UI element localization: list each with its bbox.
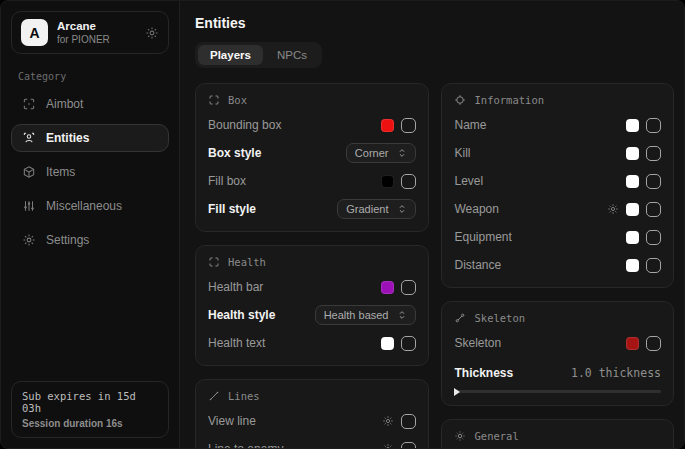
box-style-dropdown[interactable]: Corner bbox=[346, 143, 417, 163]
crosshair-icon bbox=[22, 97, 36, 111]
panel-title: Health bbox=[228, 256, 266, 268]
row-weapon: Weapon bbox=[454, 199, 661, 219]
row-skeleton: Skeleton bbox=[454, 333, 661, 353]
checkbox[interactable] bbox=[401, 118, 416, 133]
brand-logo: A bbox=[21, 19, 48, 46]
unfold-icon bbox=[397, 204, 407, 214]
panel-box: Box Bounding box Box style bbox=[195, 83, 429, 232]
color-swatch[interactable] bbox=[381, 119, 394, 132]
color-swatch[interactable] bbox=[381, 175, 394, 188]
row-kill: Kill bbox=[454, 143, 661, 163]
thickness-value: 1.0 thickness bbox=[571, 366, 661, 380]
dropdown-value: Gradient bbox=[346, 203, 388, 215]
brand-card: A Arcane for PIONER bbox=[11, 11, 169, 54]
sidebar-item-label: Items bbox=[46, 165, 75, 179]
checkbox[interactable] bbox=[401, 414, 416, 429]
color-swatch[interactable] bbox=[626, 119, 639, 132]
sidebar-item-entities[interactable]: Entities bbox=[11, 124, 169, 152]
box-brackets-icon bbox=[208, 94, 220, 106]
sidebar: A Arcane for PIONER Category Aimbot bbox=[1, 1, 180, 448]
row-box-style: Box style Corner bbox=[208, 143, 416, 163]
row-label: Distance bbox=[454, 258, 501, 272]
slider-handle[interactable] bbox=[454, 388, 460, 396]
checkbox[interactable] bbox=[646, 118, 661, 133]
subscription-card: Sub expires in 15d 03h Session duration … bbox=[11, 381, 169, 438]
panel-lines-header: Lines bbox=[208, 390, 416, 402]
checkbox[interactable] bbox=[401, 280, 416, 295]
row-label: Equipment bbox=[454, 230, 511, 244]
color-swatch[interactable] bbox=[626, 175, 639, 188]
gear-icon[interactable] bbox=[382, 443, 394, 448]
checkbox[interactable] bbox=[646, 202, 661, 217]
checkbox[interactable] bbox=[401, 174, 416, 189]
row-fill-style: Fill style Gradient bbox=[208, 199, 416, 219]
checkbox[interactable] bbox=[401, 336, 416, 351]
row-label: View line bbox=[208, 414, 256, 428]
checkbox[interactable] bbox=[646, 258, 661, 273]
panel-lines: Lines View line bbox=[195, 379, 429, 448]
sidebar-item-settings[interactable]: Settings bbox=[11, 226, 169, 254]
fill-style-dropdown[interactable]: Gradient bbox=[337, 199, 416, 219]
gear-icon[interactable] bbox=[607, 203, 619, 215]
thickness-slider[interactable] bbox=[454, 390, 661, 393]
panel-title: Box bbox=[228, 94, 247, 106]
checkbox[interactable] bbox=[646, 146, 661, 161]
sliders-icon bbox=[22, 199, 36, 213]
checkbox[interactable] bbox=[646, 174, 661, 189]
panel-title: General bbox=[474, 430, 518, 442]
category-label: Category bbox=[18, 71, 162, 82]
tab-bar: Players NPCs bbox=[195, 42, 322, 68]
line-icon bbox=[208, 390, 220, 402]
unfold-icon bbox=[397, 310, 407, 320]
row-line-to-enemy: Line to enemy bbox=[208, 439, 416, 448]
color-swatch[interactable] bbox=[626, 203, 639, 216]
sidebar-item-items[interactable]: Items bbox=[11, 158, 169, 186]
row-label: Weapon bbox=[454, 202, 498, 216]
color-swatch[interactable] bbox=[626, 259, 639, 272]
sidebar-item-label: Settings bbox=[46, 233, 89, 247]
health-style-dropdown[interactable]: Health based bbox=[315, 305, 417, 325]
gear-icon[interactable] bbox=[145, 26, 159, 40]
checkbox[interactable] bbox=[646, 336, 661, 351]
row-label: Name bbox=[454, 118, 486, 132]
sidebar-item-aimbot[interactable]: Aimbot bbox=[11, 90, 169, 118]
row-label: Skeleton bbox=[454, 336, 501, 350]
panel-information-header: Information bbox=[454, 94, 661, 106]
sidebar-item-label: Miscellaneous bbox=[46, 199, 122, 213]
row-equipment: Equipment bbox=[454, 227, 661, 247]
dropdown-value: Health based bbox=[324, 309, 389, 321]
row-fill-box: Fill box bbox=[208, 171, 416, 191]
row-label: Health style bbox=[208, 308, 275, 322]
brand-subtitle: for PIONER bbox=[57, 34, 110, 45]
row-label: Health text bbox=[208, 336, 265, 350]
sidebar-item-miscellaneous[interactable]: Miscellaneous bbox=[11, 192, 169, 220]
checkbox[interactable] bbox=[646, 230, 661, 245]
main-content: Entities Players NPCs Box bbox=[180, 1, 684, 448]
gear-icon[interactable] bbox=[382, 415, 394, 427]
color-swatch[interactable] bbox=[626, 147, 639, 160]
color-swatch[interactable] bbox=[626, 337, 639, 350]
tab-npcs[interactable]: NPCs bbox=[265, 45, 319, 65]
target-icon bbox=[454, 94, 466, 106]
row-name: Name bbox=[454, 115, 661, 135]
sidebar-item-label: Entities bbox=[46, 131, 89, 145]
panel-health: Health Health bar Health style bbox=[195, 245, 429, 366]
color-swatch[interactable] bbox=[381, 337, 394, 350]
row-level: Level bbox=[454, 171, 661, 191]
row-health-bar: Health bar bbox=[208, 277, 416, 297]
color-swatch[interactable] bbox=[381, 281, 394, 294]
left-column: Box Bounding box Box style bbox=[195, 83, 429, 448]
package-icon bbox=[22, 165, 36, 179]
brand-title: Arcane bbox=[57, 20, 110, 32]
row-label: Line to enemy bbox=[208, 442, 283, 448]
panel-title: Lines bbox=[228, 390, 260, 402]
right-column: Information Name Kill bbox=[441, 83, 674, 448]
app-window: A Arcane for PIONER Category Aimbot bbox=[0, 0, 685, 449]
row-bounding-box: Bounding box bbox=[208, 115, 416, 135]
color-swatch[interactable] bbox=[626, 231, 639, 244]
tab-players[interactable]: Players bbox=[198, 45, 263, 65]
page-title: Entities bbox=[195, 15, 674, 31]
checkbox[interactable] bbox=[401, 442, 416, 449]
row-label: Fill box bbox=[208, 174, 246, 188]
gear-icon bbox=[22, 233, 36, 247]
